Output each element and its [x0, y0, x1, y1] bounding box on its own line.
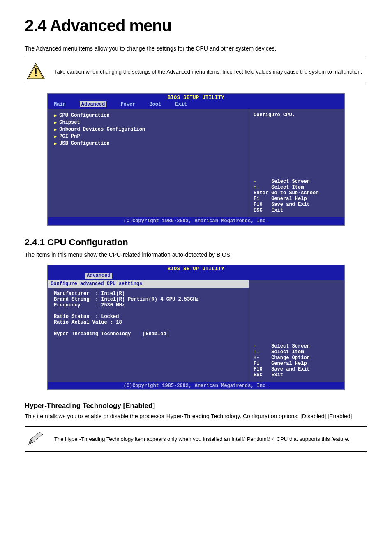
nav-line: Select Screen: [254, 179, 310, 184]
submenu-arrow-icon: ▶: [54, 134, 57, 140]
hyper-threading-heading: Hyper-Threading Technology [Enabled]: [25, 402, 367, 410]
menu-label: CPU Configuration: [59, 113, 109, 118]
bios-title: BIOS SETUP UTILITY: [48, 266, 344, 272]
menu-label: PCI PnP: [59, 134, 80, 139]
note-text: The Hyper-Threading Technology item appe…: [54, 435, 349, 443]
tab-power[interactable]: Power: [120, 101, 135, 107]
svg-rect-2: [35, 68, 36, 74]
menu-item-cpu-configuration[interactable]: ▶CPU Configuration: [54, 112, 243, 119]
submenu-arrow-icon: ▶: [54, 127, 57, 133]
nav-line: Select Screen: [254, 343, 310, 349]
intro-text: The Advanced menu items allow you to cha…: [25, 45, 367, 53]
svg-point-3: [35, 74, 37, 76]
submenu-arrow-icon: ▶: [54, 140, 57, 147]
arrow-left-right-icon: ←: [254, 343, 256, 349]
spacer: [54, 325, 243, 331]
nav-line: ESC Exit: [254, 207, 340, 213]
bios-advanced-menu: BIOS SETUP UTILITY Main Advanced Power B…: [47, 93, 345, 226]
spacer: [54, 308, 243, 314]
nav-line: +- Change Option: [254, 355, 340, 361]
cpu-frequency: Frequency : 2530 MHz: [54, 302, 243, 308]
bios-header: BIOS SETUP UTILITY Advanced: [48, 265, 344, 280]
bios-cpu-configuration: BIOS SETUP UTILITY Advanced Configure ad…: [47, 265, 345, 390]
bios-menu-list: ▶CPU Configuration ▶Chipset ▶Onboard Dev…: [48, 109, 249, 217]
nav-line: F1 General Help: [254, 361, 340, 366]
bios-footer: (C)Copyright 1985-2002, American Megatre…: [48, 382, 344, 389]
bios-help-pane: Configure CPU. ← Select Screen ↑↓ Select…: [249, 109, 344, 217]
bios-footer: (C)Copyright 1985-2002, American Megatre…: [48, 217, 344, 225]
menu-label: USB Configuration: [59, 140, 109, 146]
bios-cpu-pane: Configure advanced CPU settings Manufact…: [48, 280, 249, 382]
arrow-up-down-icon: ↑↓: [254, 184, 259, 190]
cpu-config-text: The items in this menu show the CPU-rela…: [25, 251, 367, 259]
bios-header: BIOS SETUP UTILITY Main Advanced Power B…: [48, 94, 344, 109]
help-text: Configure CPU.: [254, 112, 340, 118]
menu-item-chipset[interactable]: ▶Chipset: [54, 119, 243, 126]
nav-help: ← Select Screen ↑↓ Select Item +- Change…: [254, 343, 340, 378]
bios-tabs: Main Advanced Power Boot Exit: [48, 101, 344, 109]
pencil-note-icon: [26, 430, 45, 448]
menu-item-pci-pnp[interactable]: ▶PCI PnP: [54, 133, 243, 140]
bios-help-pane: ← Select Screen ↑↓ Select Item +- Change…: [249, 280, 344, 382]
cpu-config-heading: 2.4.1 CPU Configuration: [25, 237, 367, 248]
nav-line: F10 Save and Exit: [254, 202, 340, 207]
arrow-up-down-icon: ↑↓: [254, 349, 259, 355]
bios-title: BIOS SETUP UTILITY: [48, 95, 344, 101]
nav-line: Enter Go to Sub-screen: [254, 190, 340, 196]
caution-text: Take caution when changing the settings …: [54, 68, 362, 76]
tab-boot[interactable]: Boot: [149, 101, 161, 107]
hyper-threading-option[interactable]: Hyper Threading Technology [Enabled]: [54, 331, 243, 337]
nav-line: F10 Save and Exit: [254, 366, 340, 372]
menu-item-onboard-devices[interactable]: ▶Onboard Devices Configuration: [54, 126, 243, 133]
tab-advanced[interactable]: Advanced: [85, 273, 112, 279]
nav-line: Select Item: [254, 349, 304, 355]
note-block: The Hyper-Threading Technology item appe…: [25, 426, 367, 452]
tab-advanced[interactable]: Advanced: [80, 101, 107, 107]
nav-line: ESC Exit: [254, 372, 340, 378]
tab-main[interactable]: Main: [54, 101, 66, 107]
cpu-settings-header: Configure advanced CPU settings: [48, 280, 249, 288]
menu-label: Onboard Devices Configuration: [59, 127, 145, 132]
caution-block: Take caution when changing the settings …: [25, 59, 367, 85]
page-title: 2.4 Advanced menu: [25, 16, 367, 35]
submenu-arrow-icon: ▶: [54, 120, 57, 126]
hyper-threading-text: This item allows you to enable or disabl…: [25, 412, 367, 421]
submenu-arrow-icon: ▶: [54, 113, 57, 119]
ratio-actual-value: Ratio Actual Value : 18: [54, 320, 243, 325]
arrow-left-right-icon: ←: [254, 179, 256, 184]
nav-line: Select Item: [254, 184, 304, 190]
cpu-brand-string: Brand String : Intel(R) Pentium(R) 4 CPU…: [54, 297, 243, 302]
bios-tabs: Advanced: [48, 272, 344, 280]
menu-label: Chipset: [59, 120, 80, 125]
tab-exit[interactable]: Exit: [175, 101, 187, 107]
nav-help: ← Select Screen ↑↓ Select Item Enter Go …: [254, 179, 340, 213]
warning-triangle-icon: [26, 62, 45, 81]
nav-line: F1 General Help: [254, 196, 340, 202]
menu-item-usb-configuration[interactable]: ▶USB Configuration: [54, 140, 243, 147]
ratio-status: Ratio Status : Locked: [54, 314, 243, 320]
cpu-manufacturer: Manufacturer : Intel(R): [54, 291, 243, 297]
